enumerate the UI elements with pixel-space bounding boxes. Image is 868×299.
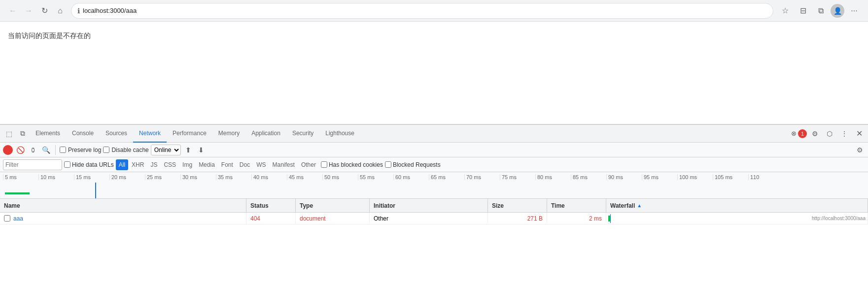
devtools-more-button[interactable]: ⋮: [837, 127, 851, 141]
filter-type-js[interactable]: JS: [147, 159, 160, 170]
tab-sources[interactable]: Sources: [100, 125, 133, 143]
tab-security[interactable]: Security: [286, 125, 319, 143]
filter-type-img[interactable]: Img: [179, 159, 195, 170]
column-time[interactable]: Time: [547, 199, 606, 212]
tab-button[interactable]: ⧉: [813, 3, 829, 19]
tab-console[interactable]: Console: [66, 125, 100, 143]
address-text: localhost:3000/aaa: [83, 7, 767, 14]
error-count-wrapper: ⊗ 1: [791, 129, 807, 138]
filter-type-doc[interactable]: Doc: [237, 159, 253, 170]
column-size[interactable]: Size: [488, 199, 547, 212]
timeline-tick: 20 ms: [109, 174, 145, 180]
filter-type-ws[interactable]: WS: [253, 159, 269, 170]
page-content: 当前访问的页面是不存在的: [0, 22, 868, 124]
download-button[interactable]: ⬇: [196, 145, 207, 155]
tab-elements[interactable]: Elements: [30, 125, 66, 143]
timeline-content: [0, 181, 868, 198]
devtools-dock-button[interactable]: ⬡: [823, 127, 836, 141]
devtools-panel: ⬚ ⧉ Elements Console Sources Network Per…: [0, 124, 868, 299]
timeline-tick: 45 ms: [287, 174, 322, 180]
table-body: aaa 404 document Other 271 B 2 ms http:/…: [0, 213, 868, 224]
column-type[interactable]: Type: [296, 199, 370, 212]
filter-type-manifest[interactable]: Manifest: [270, 159, 298, 170]
row-name-link[interactable]: aaa: [13, 215, 23, 222]
clear-button[interactable]: 🚫: [15, 145, 26, 155]
cell-name: aaa: [0, 213, 246, 224]
devtools-close-button[interactable]: ✕: [852, 127, 866, 141]
filter-type-media[interactable]: Media: [196, 159, 218, 170]
tab-lighthouse[interactable]: Lighthouse: [319, 125, 360, 143]
waterfall-blue-line: [610, 214, 611, 223]
tab-application[interactable]: Application: [245, 125, 286, 143]
bookmark-button[interactable]: ⊟: [795, 3, 811, 19]
blocked-requests-checkbox[interactable]: Blocked Requests: [385, 161, 441, 168]
timeline-bar: 5 ms10 ms15 ms20 ms25 ms30 ms35 ms40 ms4…: [0, 172, 868, 199]
filter-type-all[interactable]: All: [116, 159, 128, 170]
timeline-green-bar: [5, 192, 30, 194]
table-header: Name Status Type Initiator Size Time Wat…: [0, 199, 868, 213]
record-button[interactable]: [3, 145, 13, 155]
timeline-tick: 85 ms: [571, 174, 606, 180]
table-row[interactable]: aaa 404 document Other 271 B 2 ms http:/…: [0, 213, 868, 224]
home-button[interactable]: ⌂: [53, 4, 67, 18]
preserve-log-checkbox[interactable]: Preserve log: [60, 147, 101, 153]
timeline-tick: 55 ms: [358, 174, 393, 180]
filter-type-xhr[interactable]: XHR: [129, 159, 147, 170]
filter-input[interactable]: [5, 161, 50, 168]
hide-data-urls-checkbox[interactable]: Hide data URLs: [64, 161, 114, 168]
page-error-text: 当前访问的页面是不存在的: [8, 32, 91, 39]
filter-input-box[interactable]: [3, 159, 62, 170]
timeline-tick: 105 ms: [713, 174, 748, 180]
filter-type-font[interactable]: Font: [218, 159, 236, 170]
timeline-tick: 5 ms: [3, 174, 38, 180]
cell-time: 2 ms: [547, 213, 606, 224]
error-badge: 1: [798, 129, 807, 138]
filter-button[interactable]: ⧮: [28, 145, 38, 155]
timeline-tick: 90 ms: [606, 174, 642, 180]
inspect-element-button[interactable]: ⬚: [2, 127, 16, 141]
avatar[interactable]: 👤: [831, 4, 844, 18]
back-button[interactable]: ←: [6, 4, 20, 18]
column-initiator[interactable]: Initiator: [370, 199, 488, 212]
timeline-tick: 15 ms: [74, 174, 109, 180]
timeline-tick: 60 ms: [393, 174, 429, 180]
refresh-button[interactable]: ↻: [37, 4, 51, 18]
upload-button[interactable]: ⬆: [183, 145, 194, 155]
cell-initiator: Other: [370, 213, 488, 224]
search-button[interactable]: 🔍: [40, 145, 51, 155]
network-toolbar: 🚫 ⧮ 🔍 Preserve log Disable cache Online …: [0, 143, 868, 157]
disable-cache-checkbox[interactable]: Disable cache: [103, 147, 148, 153]
timeline-tick: 10 ms: [38, 174, 74, 180]
address-bar[interactable]: ℹ localhost:3000/aaa: [71, 3, 773, 19]
filter-row: Hide data URLs All XHR JS CSS Img Media …: [0, 157, 868, 172]
column-name[interactable]: Name: [0, 199, 246, 212]
forward-button[interactable]: →: [22, 4, 35, 18]
nav-buttons: ← → ↻ ⌂: [6, 4, 67, 18]
network-settings-button[interactable]: ⚙: [854, 145, 865, 155]
menu-button[interactable]: ···: [846, 3, 862, 19]
filter-type-css[interactable]: CSS: [161, 159, 179, 170]
tab-performance[interactable]: Performance: [167, 125, 212, 143]
throttle-select[interactable]: Online: [151, 145, 181, 155]
timeline-blue-line: [95, 183, 96, 198]
network-table: Name Status Type Initiator Size Time Wat…: [0, 199, 868, 299]
cell-type: document: [296, 213, 370, 224]
row-checkbox[interactable]: [4, 215, 10, 222]
tab-network[interactable]: Network: [133, 125, 167, 143]
devtools-settings-button[interactable]: ⚙: [808, 127, 822, 141]
timeline-tick: 110: [748, 174, 784, 180]
timeline-tick: 30 ms: [180, 174, 216, 180]
timeline-tick: 40 ms: [251, 174, 287, 180]
info-icon: ℹ: [77, 7, 80, 15]
star-button[interactable]: ☆: [777, 3, 793, 19]
column-status[interactable]: Status: [246, 199, 296, 212]
device-toolbar-button[interactable]: ⧉: [16, 127, 30, 141]
has-blocked-cookies-checkbox[interactable]: Has blocked cookies: [321, 161, 383, 168]
waterfall-url: http://localhost:3000/aaa: [812, 216, 866, 221]
timeline-tick: 35 ms: [216, 174, 251, 180]
devtools-tab-bar: ⬚ ⧉ Elements Console Sources Network Per…: [0, 125, 868, 143]
cell-size: 271 B: [488, 213, 547, 224]
filter-type-other[interactable]: Other: [298, 159, 319, 170]
column-waterfall[interactable]: Waterfall ▲: [606, 199, 868, 212]
tab-memory[interactable]: Memory: [212, 125, 245, 143]
